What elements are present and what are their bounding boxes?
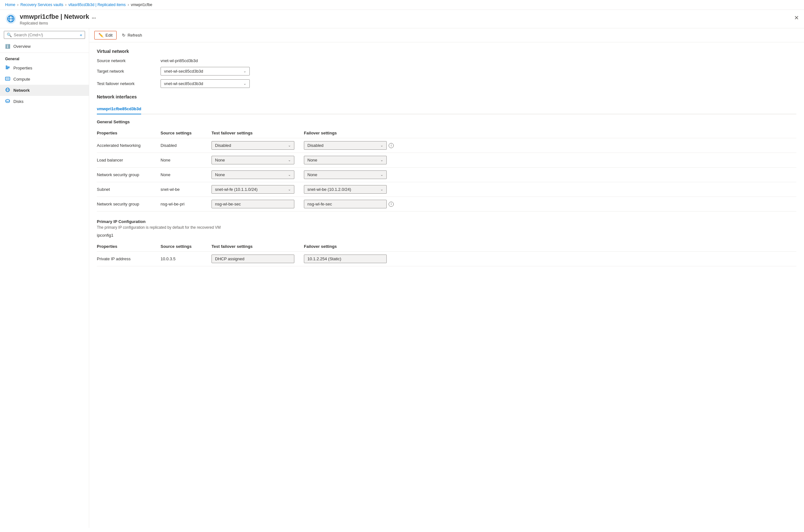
failover-cell[interactable]: Disabled⌄i	[304, 138, 796, 153]
pip-col-test-header: Test failover settings	[211, 242, 304, 252]
primary-ip-desc: The primary IP configuration is replicat…	[97, 225, 796, 230]
sidebar-item-network[interactable]: Network	[0, 85, 89, 96]
test-failover-cell: nsg-wl-be-sec	[211, 197, 304, 211]
virtual-network-title: Virtual network	[97, 49, 796, 54]
failover-cell: 10.1.2.254 (Static)	[304, 252, 796, 266]
virtual-network-section: Virtual network Source network vnet-wl-p…	[97, 49, 796, 88]
breadcrumb-rsv[interactable]: Recovery Services vaults	[20, 3, 63, 7]
breadcrumb-sep-2: ›	[65, 3, 66, 7]
pip-col-fail-header: Failover settings	[304, 242, 796, 252]
nav-section-general-divider	[0, 53, 89, 53]
edit-icon: ✏️	[98, 33, 103, 38]
svg-rect-5	[6, 66, 9, 67]
info-icon[interactable]: i	[389, 143, 394, 148]
failover-cell: nsg-wl-fe-seci	[304, 197, 796, 211]
test-failover-network-dropdown[interactable]: vnet-wl-sec85cd3b3d ⌄	[160, 79, 250, 88]
edit-button[interactable]: ✏️ Edit	[94, 31, 117, 39]
tab-vmwpri1cfbe[interactable]: vmwpri1cfbe85cd3b3d	[97, 104, 141, 114]
svg-rect-6	[6, 68, 9, 68]
network-interfaces-title: Network interfaces	[97, 94, 796, 99]
col-source-header: Source settings	[160, 128, 211, 138]
compute-icon	[5, 76, 10, 82]
col-fail-header: Failover settings	[304, 128, 796, 138]
table-row: Load balancer	[97, 153, 160, 168]
refresh-button[interactable]: ↻ Refresh	[118, 31, 146, 39]
test-failover-cell[interactable]: None⌄	[211, 168, 304, 182]
tab-bar: vmwpri1cfbe85cd3b3d	[97, 103, 796, 114]
general-settings-title: General Settings	[97, 119, 796, 124]
svg-rect-4	[6, 65, 7, 66]
table-row: Network security group	[97, 168, 160, 182]
failover-cell[interactable]: None⌄	[304, 168, 796, 182]
general-settings-table: Properties Source settings Test failover…	[97, 128, 796, 211]
sidebar: 🔍 « ℹ️ Overview General Properties Compu…	[0, 28, 89, 528]
source-value: Disabled	[160, 138, 211, 153]
table-row: Accelerated Networking	[97, 138, 160, 153]
nav-section-general-label: General	[0, 54, 89, 62]
header: vmwpri1cfbe | Network ... Replicated ite…	[0, 10, 804, 28]
ipconfig-label: ipconfig1	[97, 233, 796, 238]
content-area: Virtual network Source network vnet-wl-p…	[89, 42, 804, 275]
main-content: ✏️ Edit ↻ Refresh Virtual network Source…	[89, 28, 804, 528]
header-more[interactable]: ...	[92, 14, 96, 20]
test-failover-cell[interactable]: Disabled⌄	[211, 138, 304, 153]
header-subtitle: Replicated items	[20, 21, 96, 25]
source-value: 10.0.3.5	[160, 252, 211, 266]
table-row: Private IP address	[97, 252, 160, 266]
target-network-row: Target network vnet-wl-sec85cd3b3d ⌄	[97, 67, 796, 76]
header-icon	[5, 13, 17, 24]
breadcrumb-home[interactable]: Home	[5, 3, 15, 7]
close-button[interactable]: ✕	[794, 14, 799, 21]
sidebar-item-compute[interactable]: Compute	[0, 74, 89, 85]
svg-rect-9	[6, 78, 9, 80]
test-failover-cell: DHCP assigned	[211, 252, 304, 266]
network-interfaces-section: Network interfaces vmwpri1cfbe85cd3b3d G…	[97, 94, 796, 211]
test-failover-network-label: Test failover network	[97, 81, 160, 86]
test-failover-network-row: Test failover network vnet-wl-sec85cd3b3…	[97, 79, 796, 88]
overview-icon: ℹ️	[5, 44, 10, 49]
sidebar-item-disks[interactable]: Disks	[0, 96, 89, 107]
target-network-dropdown[interactable]: vnet-wl-sec85cd3b3d ⌄	[160, 67, 250, 76]
breadcrumb: Home › Recovery Services vaults › vltasr…	[0, 0, 804, 10]
test-failover-cell[interactable]: snet-wl-fe (10.1.1.0/24)⌄	[211, 182, 304, 197]
disks-icon	[5, 98, 10, 104]
source-network-row: Source network vnet-wl-pri85cd3b3d	[97, 58, 796, 63]
sidebar-item-properties[interactable]: Properties	[0, 62, 89, 74]
target-network-chevron: ⌄	[243, 69, 246, 73]
info-icon[interactable]: i	[389, 202, 394, 207]
source-value: None	[160, 153, 211, 168]
svg-point-13	[6, 99, 9, 101]
header-text: vmwpri1cfbe | Network ... Replicated ite…	[20, 13, 96, 25]
failover-cell[interactable]: snet-wl-be (10.1.2.0/24)⌄	[304, 182, 796, 197]
col-properties-header: Properties	[97, 128, 160, 138]
primary-ip-table: Properties Source settings Test failover…	[97, 242, 796, 266]
breadcrumb-current: vmwpri1cfbe	[131, 3, 152, 7]
test-failover-cell[interactable]: None⌄	[211, 153, 304, 168]
source-value: None	[160, 168, 211, 182]
breadcrumb-replicated[interactable]: vltasr85cd3b3d | Replicated items	[69, 3, 126, 7]
search-input[interactable]	[14, 33, 78, 37]
table-row: Subnet	[97, 182, 160, 197]
collapse-icon[interactable]: «	[80, 33, 82, 37]
properties-icon	[5, 65, 10, 71]
header-title: vmwpri1cfbe | Network ...	[20, 13, 96, 20]
primary-ip-section: Primary IP Configuration The primary IP …	[97, 219, 796, 266]
breadcrumb-sep-1: ›	[17, 3, 18, 7]
search-icon: 🔍	[7, 33, 12, 37]
toolbar: ✏️ Edit ↻ Refresh	[89, 28, 804, 42]
target-network-label: Target network	[97, 69, 160, 74]
source-network-value: vnet-wl-pri85cd3b3d	[160, 58, 198, 63]
table-row: Network security group	[97, 197, 160, 211]
col-test-header: Test failover settings	[211, 128, 304, 138]
breadcrumb-sep-3: ›	[128, 3, 129, 7]
primary-ip-title: Primary IP Configuration	[97, 219, 796, 224]
pip-col-properties-header: Properties	[97, 242, 160, 252]
nav-overview[interactable]: ℹ️ Overview	[0, 41, 89, 51]
pip-col-source-header: Source settings	[160, 242, 211, 252]
source-network-label: Source network	[97, 58, 160, 63]
failover-cell[interactable]: None⌄	[304, 153, 796, 168]
test-failover-chevron: ⌄	[243, 81, 246, 86]
source-value: snet-wl-be	[160, 182, 211, 197]
source-value: nsg-wl-be-pri	[160, 197, 211, 211]
refresh-icon: ↻	[122, 33, 126, 38]
